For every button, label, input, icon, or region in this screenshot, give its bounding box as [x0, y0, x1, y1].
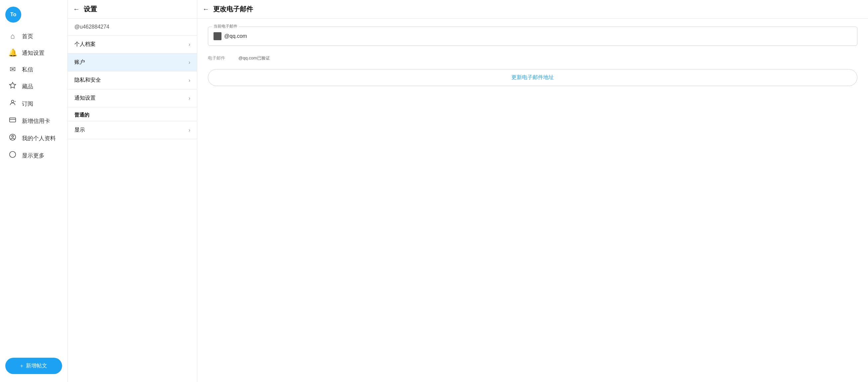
settings-item-label: 账户 — [74, 59, 85, 66]
chevron-right-icon: › — [189, 127, 190, 133]
sidebar-item-collections[interactable]: 藏品 — [3, 79, 65, 94]
svg-rect-2 — [10, 118, 16, 122]
home-icon: ⌂ — [8, 32, 17, 40]
chevron-right-icon: › — [189, 95, 190, 101]
sidebar-item-profile[interactable]: 我的个人资料 — [3, 130, 65, 146]
svg-point-5 — [11, 136, 13, 138]
email-meta: 电子邮件 @qq.com已验证 — [208, 54, 857, 61]
email-panel-title: 更改电子邮件 — [213, 5, 253, 13]
avatar[interactable]: To — [5, 7, 21, 23]
email-content: 当前电子邮件 @qq.com 电子邮件 @qq.com已验证 更新电子邮件地址 — [197, 19, 868, 94]
settings-item-label: 个人档案 — [74, 41, 96, 48]
settings-item-label: 显示 — [74, 126, 85, 134]
update-email-button[interactable]: 更新电子邮件地址 — [208, 69, 857, 86]
sidebar-item-label: 通知设置 — [22, 49, 44, 57]
back-icon[interactable]: ← — [203, 5, 209, 13]
email-value: @qq.com — [214, 30, 852, 42]
message-icon: ✉ — [8, 65, 17, 74]
settings-panel: ← 设置 @u462884274 个人档案 › 账户 › 隐私和安全 › 通知设… — [68, 0, 197, 382]
credit-card-icon — [8, 116, 17, 125]
email-meta-value: @qq.com已验证 — [239, 55, 270, 61]
more-icon — [8, 151, 17, 160]
profile-icon — [8, 134, 17, 143]
sidebar-item-home[interactable]: ⌂ 首页 — [3, 29, 65, 44]
settings-header: ← 设置 — [68, 0, 197, 19]
email-meta-label: 电子邮件 — [208, 55, 225, 61]
settings-item-account[interactable]: 账户 › — [68, 54, 197, 71]
chevron-right-icon: › — [189, 41, 190, 48]
settings-item-profile[interactable]: 个人档案 › — [68, 35, 197, 54]
settings-title: 设置 — [84, 5, 97, 13]
sidebar-item-notifications[interactable]: 🔔 通知设置 — [3, 45, 65, 60]
email-panel: ← 更改电子邮件 当前电子邮件 @qq.com 电子邮件 @qq.com已验证 … — [197, 0, 868, 382]
chevron-right-icon: › — [189, 78, 190, 83]
sidebar-item-label: 私信 — [22, 66, 33, 74]
chevron-right-icon: › — [189, 59, 190, 65]
star-icon — [8, 82, 17, 91]
new-post-button[interactable]: + 新增帖文 — [5, 358, 62, 374]
bell-icon: 🔔 — [8, 49, 17, 57]
back-icon[interactable]: ← — [73, 5, 80, 13]
settings-item-label: 通知设置 — [74, 95, 96, 101]
current-email-box: 当前电子邮件 @qq.com — [208, 27, 857, 46]
settings-item-notifications[interactable]: 通知设置 › — [68, 89, 197, 107]
settings-item-label: 隐私和安全 — [74, 77, 101, 84]
sidebar-item-label: 藏品 — [22, 83, 33, 90]
settings-section-general: 普通的 — [68, 107, 197, 121]
person-icon — [8, 99, 17, 108]
sidebar-item-more[interactable]: 显示更多 — [3, 147, 65, 164]
sidebar-item-label: 新增信用卡 — [22, 117, 50, 125]
email-address: @qq.com — [224, 33, 247, 39]
sidebar: To ⌂ 首页 🔔 通知设置 ✉ 私信 藏品 订阅 — [0, 0, 68, 382]
settings-item-display[interactable]: 显示 › — [68, 121, 197, 139]
sidebar-item-credit-card[interactable]: 新增信用卡 — [3, 113, 65, 129]
plus-icon: + — [20, 363, 23, 369]
settings-item-privacy[interactable]: 隐私和安全 › — [68, 71, 197, 89]
svg-point-0 — [11, 100, 13, 102]
sidebar-item-label: 我的个人资料 — [22, 135, 56, 142]
email-avatar — [214, 32, 221, 40]
email-panel-header: ← 更改电子邮件 — [197, 0, 868, 19]
sidebar-item-messages[interactable]: ✉ 私信 — [3, 62, 65, 77]
sidebar-item-label: 订阅 — [22, 100, 33, 108]
sidebar-item-label: 显示更多 — [22, 152, 44, 159]
current-email-label: 当前电子邮件 — [212, 24, 239, 29]
settings-username: @u462884274 — [68, 19, 197, 35]
sidebar-item-subscriptions[interactable]: 订阅 — [3, 96, 65, 112]
sidebar-item-label: 首页 — [22, 33, 33, 40]
